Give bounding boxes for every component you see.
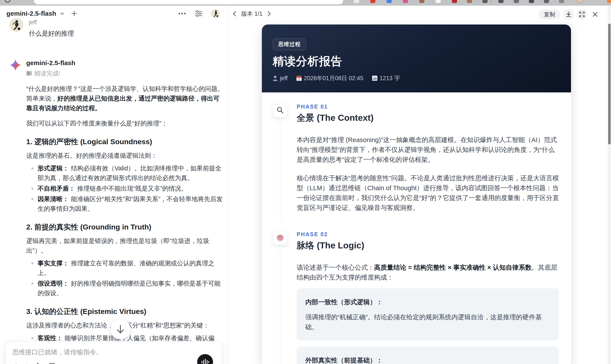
copy-button[interactable]: 复制 xyxy=(539,10,560,19)
artifact-toolbar: 版本 1/1 复制 xyxy=(228,6,611,26)
phase-connector xyxy=(280,121,280,221)
extension-icon[interactable] xyxy=(482,0,488,3)
browser-avatar[interactable] xyxy=(577,0,582,3)
extension-icon[interactable] xyxy=(559,0,564,3)
calendar-icon: 17 xyxy=(296,75,302,81)
bullet-dot xyxy=(31,337,33,339)
bullet-dot xyxy=(31,283,33,285)
browser-profile-icon[interactable] xyxy=(5,0,10,3)
bullet-dot xyxy=(31,188,33,190)
gemini-star-icon xyxy=(10,59,22,71)
phase-label: PHASE 01 xyxy=(297,103,559,110)
extension-icon[interactable] xyxy=(498,0,504,3)
report-date: 2026年01月08日 02:45 xyxy=(304,74,363,82)
logic-card-1: 内部一致性（形式逻辑）： 强调推理的“机械正确”。结论必须在给定的规则系统内逻辑… xyxy=(297,288,559,341)
assistant-status: 精读完成! xyxy=(26,69,218,78)
report-badge: 思维过程 xyxy=(273,38,306,51)
extension-icon[interactable] xyxy=(529,0,534,3)
scrollbar-thumb[interactable] xyxy=(608,24,611,144)
panel-scrollbar[interactable] xyxy=(608,6,611,364)
assistant-message: gemini-2.5-flash 精读完成! “什么是好的推理？”这是一个涉及逻… xyxy=(10,59,219,364)
attach-plus-icon[interactable] xyxy=(12,363,20,364)
bullet-dot xyxy=(31,262,33,264)
magnifier-icon xyxy=(273,103,287,117)
more-options-icon[interactable] xyxy=(178,12,186,15)
close-icon xyxy=(592,12,598,17)
word-count-icon xyxy=(372,75,378,81)
phase-paragraph: 本内容是对“推理 (Reasoning)”这一抽象概念的高层建模。在知识爆炸与人… xyxy=(297,135,559,165)
download-button[interactable] xyxy=(564,10,574,19)
chat-panel: jeff 什么是好的推理 xyxy=(0,6,228,364)
down-arrow-icon xyxy=(116,325,125,334)
bookmark-icon[interactable] xyxy=(49,363,55,364)
extension-icon[interactable] xyxy=(370,0,375,3)
brain-icon xyxy=(273,231,287,245)
section-heading-3: 3. 认知的公正性 (Epistemic Virtues) xyxy=(26,307,224,316)
report-meta: jeff 17 2026年01月08日 02:45 1213 字 xyxy=(273,74,400,82)
section-heading-2: 2. 前提的真实性 (Grounding in Truth) xyxy=(26,222,224,232)
app-window: jeff 什么是好的推理 xyxy=(0,6,611,364)
list-item: 因果清晰：能准确区分“相关性”和“因果关系”，不会轻率地将先后发生的事情归为因果… xyxy=(31,194,224,214)
extension-icon[interactable] xyxy=(436,0,441,3)
browser-chrome-strip xyxy=(0,0,611,6)
prev-version-button[interactable] xyxy=(232,11,237,17)
expand-button[interactable] xyxy=(577,10,587,19)
close-panel-button[interactable] xyxy=(590,10,600,19)
tab-grid-icon[interactable] xyxy=(20,0,25,3)
bullet-dot xyxy=(31,167,33,169)
bullet-dot xyxy=(31,198,33,200)
extension-icon[interactable] xyxy=(419,0,425,3)
browser-address-bar[interactable] xyxy=(34,0,343,4)
phase-title: 脉络 (The Logic) xyxy=(297,240,559,251)
chevron-down-icon[interactable] xyxy=(59,11,65,16)
extension-icon[interactable] xyxy=(354,0,359,3)
chat-scroll-area[interactable]: jeff 什么是好的推理 xyxy=(0,6,228,364)
list-item: 假设透明：好的推理会明确指明哪些是已知事实，哪些是基于可能的假设。 xyxy=(31,279,224,298)
toolbar-separator xyxy=(491,0,491,3)
next-version-button[interactable] xyxy=(267,11,272,17)
message-input[interactable] xyxy=(12,349,210,356)
expand-icon xyxy=(579,11,585,17)
profile-avatar[interactable] xyxy=(211,9,220,18)
section-lead-2: 逻辑再完美，如果前提是错误的，推理也是垃圾（即“垃圾进，垃圾出”）。 xyxy=(26,236,224,256)
extension-icon[interactable] xyxy=(452,0,457,3)
settings-sliders-icon[interactable] xyxy=(194,9,203,18)
section-heading-1: 1. 逻辑的严密性 (Logical Soundness) xyxy=(26,137,224,146)
extension-icon[interactable] xyxy=(386,0,392,3)
extension-icon[interactable] xyxy=(467,0,472,3)
phase-paragraph: 核心情境在于解决“思考的随意性”问题。不论是人类通过批判性思维进行决策，还是大语… xyxy=(297,173,559,213)
phase-intro: 该论述基于一个核心公式：高质量结论 = 结构完整性 × 事实准确性 × 认知自律… xyxy=(297,263,559,282)
assistant-status-text: 精读完成! xyxy=(34,69,60,78)
waveform-icon xyxy=(201,358,209,364)
phase-connector xyxy=(280,248,280,364)
user-message-text: 什么是好的推理 xyxy=(29,29,74,38)
toolbar-separator xyxy=(27,363,27,364)
intro-paragraph: “什么是好的推理？”这是一个涉及逻辑学、认知科学和哲学核心的问题。简单来说，好的… xyxy=(26,84,224,113)
list-item: 事实支撑：推理建立在可靠的数据、准确的观测或公认的真理之上。 xyxy=(31,259,224,278)
model-sparkle-icon[interactable] xyxy=(33,362,42,364)
intro-paragraph-2: 我们可以从以下四个维度来衡量什么是“好的推理”： xyxy=(26,119,224,128)
chat-header: gemini-2.5-flash xyxy=(0,6,228,26)
logic-dimension-cards: 内部一致性（形式逻辑）： 强调推理的“机械正确”。结论必须在给定的规则系统内逻辑… xyxy=(297,288,559,364)
phase-label: PHASE 02 xyxy=(297,231,559,237)
phase-section-1: PHASE 01 全景 (The Context) 本内容是对“推理 (Reas… xyxy=(273,103,559,221)
new-chat-button[interactable] xyxy=(71,10,77,17)
extension-icon[interactable] xyxy=(514,0,519,3)
version-label: 版本 1/1 xyxy=(241,10,263,18)
download-icon xyxy=(566,11,571,17)
book-icon xyxy=(26,71,32,76)
phase-title: 全景 (The Context) xyxy=(297,112,559,124)
assistant-name: gemini-2.5-flash xyxy=(26,59,218,67)
report-card: 思维过程 精读分析报告 jeff 17 2026年01月08日 02:45 12… xyxy=(262,25,571,364)
list-item: 形式逻辑：结构必须有效（Valid）。比如演绎推理中，如果前提全部为真，那么通过… xyxy=(31,164,224,183)
report-word-count: 1213 字 xyxy=(380,74,400,82)
scroll-to-bottom-button[interactable] xyxy=(110,319,131,339)
extension-icon[interactable] xyxy=(403,0,408,3)
report-body: PHASE 01 全景 (The Context) 本内容是对“推理 (Reas… xyxy=(262,92,571,364)
chat-title[interactable]: gemini-2.5-flash xyxy=(6,10,56,17)
report-hero: 思维过程 精读分析报告 jeff 17 2026年01月08日 02:45 12… xyxy=(262,25,571,92)
message-composer xyxy=(6,341,222,364)
extension-icon[interactable] xyxy=(607,0,611,3)
phase-section-2: PHASE 02 脉络 (The Logic) 该论述基于一个核心公式：高质量结… xyxy=(273,231,559,364)
extension-icon[interactable] xyxy=(544,0,549,3)
